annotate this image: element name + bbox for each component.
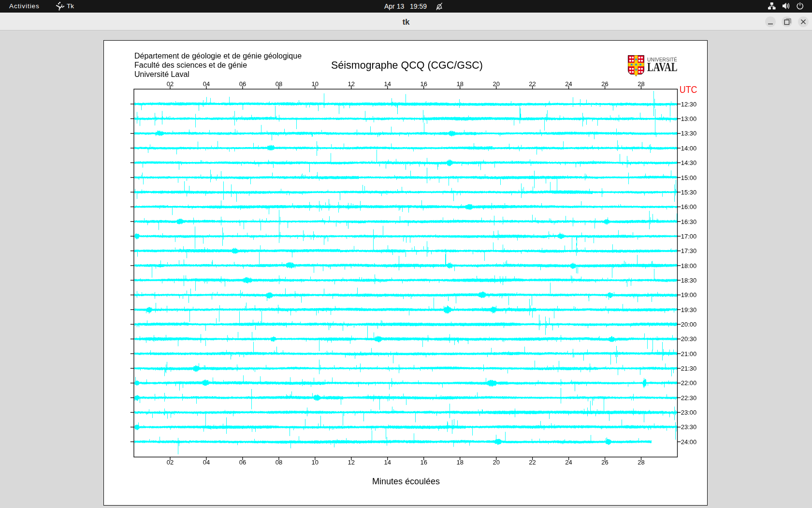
svg-text:28: 28 (638, 459, 644, 466)
svg-text:16:00: 16:00 (681, 203, 697, 210)
svg-text:04: 04 (203, 459, 210, 466)
svg-text:15:00: 15:00 (681, 174, 697, 181)
svg-text:20: 20 (493, 80, 499, 88)
svg-text:16:30: 16:30 (681, 218, 697, 225)
svg-text:13:30: 13:30 (681, 130, 697, 137)
svg-text:21:30: 21:30 (681, 365, 697, 372)
svg-text:18: 18 (456, 459, 463, 466)
svg-text:02: 02 (167, 459, 174, 466)
svg-text:16: 16 (420, 459, 427, 466)
svg-text:LAVAL: LAVAL (647, 60, 678, 74)
svg-text:22: 22 (529, 459, 536, 466)
svg-text:23:30: 23:30 (681, 423, 697, 431)
svg-text:20:30: 20:30 (681, 335, 697, 343)
svg-text:22:00: 22:00 (681, 379, 697, 387)
svg-text:20:00: 20:00 (681, 321, 697, 328)
svg-text:UTC: UTC (680, 84, 697, 95)
svg-text:02: 02 (167, 80, 174, 88)
svg-text:06: 06 (239, 80, 246, 88)
svg-text:15:30: 15:30 (681, 189, 697, 196)
svg-text:14: 14 (384, 80, 391, 88)
svg-text:Faculté des sciences et de gén: Faculté des sciences et de génie (134, 61, 247, 69)
svg-text:18:30: 18:30 (681, 277, 697, 284)
svg-text:24: 24 (565, 80, 572, 88)
svg-text:28: 28 (638, 80, 644, 88)
svg-text:10: 10 (312, 459, 319, 466)
svg-text:24:00: 24:00 (681, 438, 697, 446)
svg-text:14:30: 14:30 (681, 159, 697, 166)
svg-text:16: 16 (420, 80, 427, 88)
svg-text:19:30: 19:30 (681, 306, 697, 314)
svg-text:26: 26 (601, 459, 608, 466)
svg-text:23:00: 23:00 (681, 409, 697, 416)
svg-text:22: 22 (529, 80, 536, 88)
svg-text:12:30: 12:30 (681, 101, 697, 108)
svg-text:04: 04 (203, 80, 210, 88)
svg-text:21:00: 21:00 (681, 350, 697, 358)
svg-text:24: 24 (565, 459, 572, 466)
svg-text:13:00: 13:00 (681, 115, 697, 122)
svg-text:08: 08 (276, 80, 282, 88)
svg-text:26: 26 (601, 80, 608, 88)
svg-text:14:00: 14:00 (681, 145, 697, 152)
svg-text:19:00: 19:00 (681, 291, 697, 299)
svg-text:18:00: 18:00 (681, 262, 697, 269)
svg-text:Séismographe QCQ (CGC/GSC): Séismographe QCQ (CGC/GSC) (331, 59, 483, 71)
svg-text:Université Laval: Université Laval (134, 70, 189, 78)
svg-text:Département de géologie et de: Département de géologie et de génie géol… (134, 52, 302, 60)
svg-text:Minutes écoulées: Minutes écoulées (372, 477, 440, 486)
svg-text:12: 12 (348, 459, 355, 466)
svg-text:06: 06 (239, 459, 246, 466)
svg-text:17:30: 17:30 (681, 247, 697, 254)
svg-text:17:00: 17:00 (681, 233, 697, 240)
svg-text:10: 10 (312, 80, 319, 88)
svg-text:14: 14 (384, 459, 391, 466)
svg-text:22:30: 22:30 (681, 394, 697, 402)
svg-text:12: 12 (348, 80, 355, 88)
svg-text:18: 18 (456, 80, 463, 88)
svg-text:08: 08 (276, 459, 282, 466)
svg-text:20: 20 (493, 459, 499, 466)
